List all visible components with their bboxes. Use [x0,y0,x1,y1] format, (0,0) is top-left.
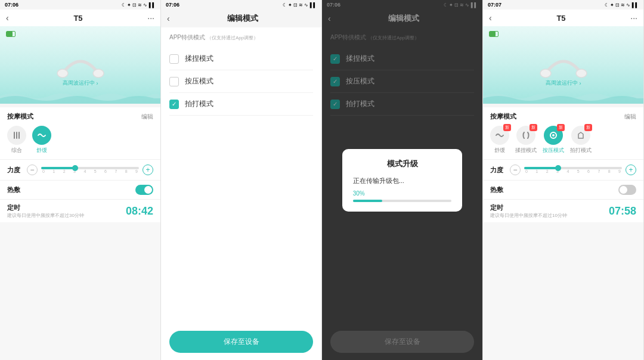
status-label-1: 高周波运行中 › [63,79,98,87]
checkbox-text-按压-2: 按压模式 [185,76,213,86]
edit-content-2: APP特供模式 （仅支持通过App调整） 揉捏模式 按压模式 ✓ 拍打模式 [161,27,321,360]
modal-overlay-3: 模式升级 正在传输升级包... 30% [322,0,482,360]
panel-device-1: 07:06 ☾ ✦ ⊡ ≋ ∿ ▌▌ ‹ T5 ··· 高周波运行中 › [0,0,161,360]
mode-circle-舒缓 [32,126,51,145]
intensity-ctrl-4: − 0123456789 + [510,165,636,175]
timer-row-4: 定时 建议每日使用中频按摩不超过10分钟 07:58 [483,199,643,222]
decrease-btn-1[interactable]: − [27,165,38,175]
modal-progress-track-3 [353,200,452,202]
back-icon-2[interactable]: ‹ [167,14,170,23]
svg-point-5 [552,134,555,136]
wave-svg-1 [0,89,160,104]
header-4: ‹ T5 ··· [483,10,643,26]
red-badge-按压-4: 新 [557,124,565,131]
modes-row-4: 新 舒缓 新 揉捏模式 新 [490,126,636,154]
mode-item-揉捏-4[interactable]: 新 揉捏模式 [515,126,537,154]
section-header-4: 按摩模式 编辑 [490,112,636,121]
slider-thumb-4 [555,165,561,171]
panel-device-4: 07:07 ☾ ✦ ⊡ ≋ ∿ ▌▌ ‹ T5 ··· 高周波运行中 › [483,0,644,360]
heat-toggle-1[interactable] [135,185,153,195]
increase-btn-1[interactable]: + [143,165,153,175]
page-title-1: T5 [73,14,82,23]
back-icon-1[interactable]: ‹ [6,13,9,23]
heat-label-1: 热敷 [7,185,20,194]
massage-title-4: 按摩模式 [490,112,516,121]
timer-title-4: 定时 [490,203,609,212]
checkbox-text-拍打-2: 拍打模式 [185,99,213,109]
edit-button-4[interactable]: 编辑 [624,113,636,121]
svg-point-1 [93,69,104,77]
checkbox-box-揉捏-2 [169,54,179,64]
timer-title-1: 定时 [7,203,126,212]
modal-box-3: 模式升级 正在传输升级包... 30% [342,149,463,212]
slider-fill-4 [524,167,558,169]
section-header-1: 按摩模式 编辑 [7,112,153,121]
page-title-4: T5 [556,14,565,23]
slider-track-1[interactable] [41,167,139,169]
status-label-4: 高周波运行中 › [546,79,581,87]
panel-edit-2: 07:06 ☾ ✦ ⊡ ≋ ∿ ▌▌ ‹ 编辑模式 APP特供模式 （仅支持通过… [161,0,322,360]
save-button-2[interactable]: 保存至设备 [169,331,313,353]
red-badge-拍打-4: 新 [584,124,592,131]
timer-value-1[interactable]: 08:42 [126,205,153,218]
status-time-2: 07:06 [166,2,179,8]
mode-item-拍打-4[interactable]: 新 拍打模式 [570,126,592,154]
intensity-ctrl-1: − 0123456789 + [27,165,153,175]
status-icons-1: ☾ ✦ ⊡ ≋ ∿ ▌▌ [122,2,156,8]
status-icons-2: ☾ ✦ ⊡ ≋ ∿ ▌▌ [283,2,317,8]
page-title-2: 编辑模式 [227,13,258,24]
mode-label-舒缓-4: 舒缓 [494,147,505,154]
wave-svg-4 [483,89,643,104]
checkbox-拍打模式-2[interactable]: ✓ 拍打模式 [169,93,313,116]
heat-toggle-4[interactable] [618,185,636,195]
more-icon-4[interactable]: ··· [630,13,637,23]
timer-row-1: 定时 建议每日使用中频按摩不超过30分钟 08:42 [0,199,160,222]
header-1: ‹ T5 ··· [0,10,160,26]
edit-button-1[interactable]: 编辑 [141,113,153,121]
heat-label-4: 热敷 [490,185,503,194]
checkbox-揉捏模式-2[interactable]: 揉捏模式 [169,48,313,70]
massage-section-1: 按摩模式 编辑 综合 舒缓 [0,107,160,159]
app-modes-label-2: APP特供模式 （仅支持通过App调整） [169,33,313,42]
battery-icon-1 [6,31,16,37]
more-icon-1[interactable]: ··· [147,13,154,23]
intensity-title-4: 力度 [490,166,505,175]
decrease-btn-4[interactable]: − [510,165,521,175]
modal-desc-3: 正在传输升级包... [353,176,452,185]
intensity-title-1: 力度 [7,166,22,175]
mode-item-舒缓[interactable]: 舒缓 [32,126,51,154]
increase-btn-4[interactable]: + [626,165,636,175]
modes-row-1: 综合 舒缓 [7,126,153,154]
mode-item-按压-4[interactable]: 新 按压模式 [543,126,564,154]
back-icon-4[interactable]: ‹ [489,13,492,23]
slider-track-4[interactable] [524,167,622,169]
earphone-image-4 [537,46,590,79]
checkbox-box-按压-2 [169,77,179,86]
mode-item-综合[interactable]: 综合 [7,126,26,154]
timer-left-1: 定时 建议每日使用中频按摩不超过30分钟 [7,203,126,219]
slider-numbers-1: 0123456789 [41,169,139,173]
slider-thumb-1 [72,165,78,171]
timer-value-4[interactable]: 07:58 [609,205,636,218]
status-bar-2: 07:06 ☾ ✦ ⊡ ≋ ∿ ▌▌ [161,0,321,10]
mode-circle-综合 [7,126,26,145]
mode-label-综合: 综合 [11,147,22,154]
slider-numbers-4: 0123456789 [524,169,622,173]
checkbox-text-揉捏-2: 揉捏模式 [185,54,213,64]
massage-section-4: 按摩模式 编辑 新 舒缓 新 [483,107,643,159]
red-badge-舒缓-4: 新 [503,124,511,131]
heat-row-4: 热敷 [483,180,643,199]
checkbox-按压模式-2[interactable]: 按压模式 [169,70,313,93]
svg-point-3 [576,69,587,77]
status-time-1: 07:06 [5,2,18,8]
massage-title-1: 按摩模式 [7,112,33,121]
timer-left-4: 定时 建议每日使用中频按摩不超过10分钟 [490,203,609,219]
wave-container-1: 高周波运行中 › [0,79,160,104]
mode-label-按压-4: 按压模式 [543,147,564,154]
status-icons-4: ☾ ✦ ⊡ ≋ ∿ ▌▌ [605,2,639,8]
modal-percent-3: 30% [353,190,452,197]
mode-item-舒缓-4[interactable]: 新 舒缓 [490,126,509,154]
device-hero-1: 高周波运行中 › [0,26,160,104]
svg-point-2 [540,69,551,77]
app-modes-badge-2: （仅支持通过App调整） [207,35,258,41]
